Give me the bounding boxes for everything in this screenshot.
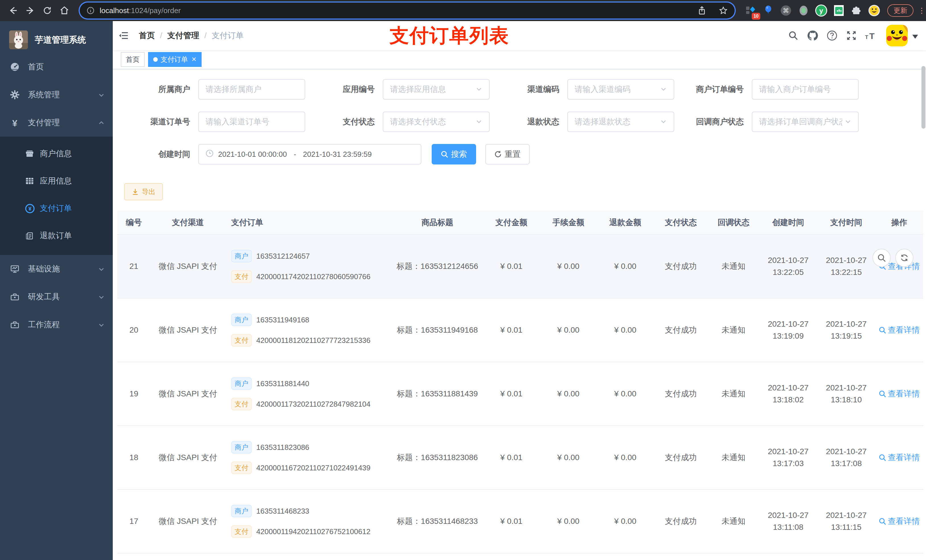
cell-pay-time: 2021-10-27 13:17:08 (817, 426, 875, 489)
breadcrumb-pay[interactable]: 支付管理 (168, 30, 199, 41)
channel-order-no-input[interactable] (198, 112, 305, 132)
table-row[interactable]: 商户 1635311351736 支付 (117, 553, 923, 560)
reload-icon[interactable] (40, 3, 54, 18)
back-icon[interactable] (6, 3, 21, 18)
top-navbar: 首页 / 支付管理 / 支付订单 (113, 21, 926, 50)
cell-pay-status: 支付成功 (654, 426, 708, 489)
table-row[interactable]: 18 微信 JSAPI 支付 商户 1635311823086 支付 42000… (117, 426, 923, 489)
col-create-time: 创建时间 (759, 211, 817, 234)
extension-chat-icon[interactable] (831, 3, 846, 18)
view-detail-link[interactable]: 查看详情 (879, 325, 920, 335)
browser-update-button[interactable]: 更新 (887, 4, 914, 17)
extension-recorder-icon[interactable] (796, 3, 811, 18)
home-icon[interactable] (57, 3, 72, 18)
fullscreen-icon[interactable] (842, 26, 861, 45)
sidebar-item-dev-tools[interactable]: 研发工具 (0, 283, 113, 311)
table-row[interactable]: 19 微信 JSAPI 支付 商户 1635311881440 支付 42000… (117, 362, 923, 426)
create-time-range-picker[interactable]: 2021-10-01 00:00:00 - 2021-10-31 23:59:5… (198, 144, 421, 165)
table-row[interactable]: 20 微信 JSAPI 支付 商户 1635311949168 支付 42000… (117, 298, 923, 362)
cell-refund (597, 553, 654, 560)
reset-button[interactable]: 重置 (485, 144, 530, 165)
cell-id: 18 (117, 426, 150, 489)
url-host: localhost (100, 6, 129, 15)
sidebar-item-pay-order[interactable]: ¥ 支付订单 (0, 195, 113, 222)
breadcrumb-home[interactable]: 首页 (139, 30, 155, 41)
merchant-input[interactable] (198, 79, 305, 100)
active-tab-dot (153, 57, 158, 62)
tab-pay-order[interactable]: 支付订单 ✕ (148, 52, 201, 67)
merchant-order-no-input[interactable] (752, 79, 859, 100)
page-scrollbar[interactable] (921, 66, 925, 128)
date-start[interactable]: 2021-10-01 00:00:00 (218, 150, 287, 159)
table-tools (868, 249, 914, 267)
bookmark-star-icon[interactable] (719, 6, 728, 15)
chevron-down-icon (660, 84, 667, 95)
cell-amount: ¥ 0.01 (483, 362, 540, 426)
avatar[interactable] (886, 25, 908, 46)
extension-emoji-icon[interactable] (867, 3, 882, 18)
sidebar-item-pay[interactable]: ¥ 支付管理 (0, 109, 113, 137)
sidebar-toggle-icon[interactable] (113, 21, 135, 50)
cell-pay-order: 商户 1635311468233 支付 42000011942021102767… (225, 489, 392, 553)
search-icon[interactable] (784, 26, 803, 45)
url-path: :1024/pay/order (129, 6, 181, 15)
cell-create-time: 2021-10-27 13:17:03 (759, 426, 817, 489)
grid-icon (25, 177, 34, 186)
cell-id: 19 (117, 362, 150, 426)
sidebar-item-infra[interactable]: 基础设施 (0, 255, 113, 283)
merchant-order-no: 1635312124657 (256, 252, 310, 261)
address-bar[interactable]: localhost:1024/pay/order (80, 3, 735, 18)
extension-badge: 10 (752, 13, 760, 20)
sidebar-item-merchant-info[interactable]: 商户信息 (0, 140, 113, 167)
channel-code-select[interactable]: 请输入渠道编码 (567, 79, 674, 100)
help-icon[interactable] (822, 26, 842, 45)
toggle-search-icon[interactable] (873, 249, 891, 267)
export-button[interactable]: 导出 (124, 183, 163, 200)
cell-create-time (759, 553, 817, 560)
view-detail-link[interactable]: 查看详情 (879, 452, 920, 463)
cell-actions (875, 553, 923, 560)
refund-status-select[interactable]: 请选择退款状态 (567, 112, 674, 132)
github-icon[interactable] (803, 26, 822, 45)
app-no-select[interactable]: 请选择应用信息 (383, 79, 490, 100)
notify-status-select[interactable]: 请选择订单回调商户状态 (752, 112, 859, 132)
refresh-icon[interactable] (895, 249, 914, 267)
extensions-puzzle-icon[interactable] (849, 3, 864, 18)
extension-balloon-icon[interactable] (761, 3, 776, 18)
sidebar-item-workflow[interactable]: 工作流程 (0, 311, 113, 339)
sidebar-item-home[interactable]: 首页 (0, 53, 113, 81)
channel-pay-no: 4200001167202110271022491439 (256, 463, 371, 472)
caret-down-icon[interactable] (912, 30, 918, 41)
close-tab-icon[interactable]: ✕ (191, 56, 197, 63)
filter-create-time: 创建时间 2021-10-01 00:00:00 - 2021-10-31 23… (121, 144, 421, 165)
extension-command-icon[interactable]: ⌘ (779, 3, 793, 18)
tab-home[interactable]: 首页 (121, 52, 145, 67)
merchant-order-no: 1635311823086 (256, 443, 309, 452)
date-end[interactable]: 2021-10-31 23:59:59 (303, 150, 372, 159)
site-info-icon[interactable] (86, 6, 95, 15)
browser-menu-icon[interactable]: ⋮ (918, 8, 925, 14)
cell-pay-status: 支付成功 (654, 362, 708, 426)
view-detail-link[interactable]: 查看详情 (879, 388, 920, 399)
merchant-tag: 商户 (231, 377, 252, 390)
monitor-icon (10, 264, 20, 273)
sidebar-item-refund-order[interactable]: 退款订单 (0, 222, 113, 249)
table-row[interactable]: 17 微信 JSAPI 支付 商户 1635311468233 支付 42000… (117, 489, 923, 553)
extension-y-icon[interactable]: y (814, 3, 829, 18)
extension-bitwarden-icon[interactable]: 10 (743, 3, 758, 18)
forward-icon[interactable] (23, 3, 38, 18)
cell-pay-time: 2021-10-27 13:19:15 (817, 298, 875, 362)
sidebar-item-system[interactable]: 系统管理 (0, 81, 113, 109)
view-detail-link[interactable]: 查看详情 (879, 516, 920, 527)
font-size-icon[interactable]: TT (861, 26, 881, 45)
table-row[interactable]: 21 微信 JSAPI 支付 商户 1635312124657 支付 42000… (117, 234, 923, 298)
pay-status-select[interactable]: 请选择支付状态 (383, 112, 490, 132)
share-icon[interactable] (698, 6, 706, 15)
app-logo-row[interactable]: 芋道管理系统 (0, 27, 113, 53)
col-id: 编号 (117, 211, 150, 234)
svg-text:¥: ¥ (29, 206, 32, 212)
cell-pay-time: 2021-10-27 13:18:10 (817, 362, 875, 426)
sidebar-item-app-info[interactable]: 应用信息 (0, 167, 113, 195)
search-button[interactable]: 搜索 (432, 144, 476, 165)
cell-create-time: 2021-10-27 13:11:08 (759, 489, 817, 553)
